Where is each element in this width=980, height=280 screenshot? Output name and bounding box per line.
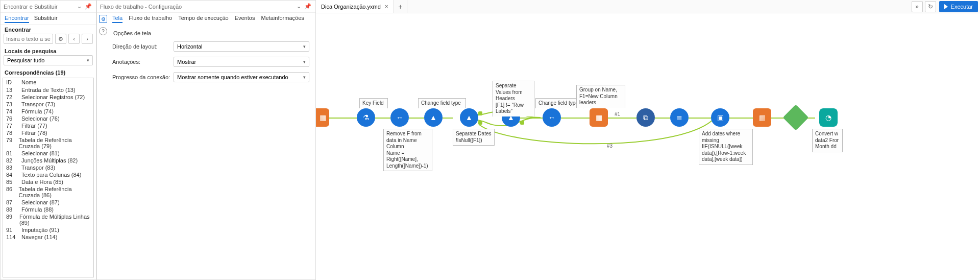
tab-find[interactable]: Encontrar	[5, 15, 29, 23]
tool-anchor[interactable]	[520, 121, 524, 125]
tool-select[interactable]: ▲	[424, 108, 443, 127]
connection	[520, 118, 543, 119]
tool-crosstab[interactable]: ▦	[753, 108, 771, 127]
search-locations-label: Locais de pesquisa	[1, 46, 96, 55]
pin-icon[interactable]: 📌	[84, 2, 93, 11]
connection	[689, 118, 711, 119]
annotations-dropdown[interactable]: Mostrar▾	[174, 57, 309, 67]
find-label: Encontrar	[1, 25, 96, 34]
document-tab[interactable]: Dica Organização.yxmd ×	[316, 0, 394, 13]
tool-select[interactable]: ↔	[543, 108, 561, 127]
search-locations-value: Pesquisar tudo	[7, 57, 44, 63]
chevron-down-icon: ▾	[303, 59, 306, 64]
match-row[interactable]: 82Junções Múltiplas (82)	[3, 157, 93, 164]
tool-datetime[interactable]: ◔	[819, 108, 838, 127]
chevron-down-icon[interactable]: ⌄	[75, 2, 84, 11]
tab-fluxo[interactable]: Fluxo de trabalho	[129, 15, 172, 23]
matches-header: ID Nome	[3, 78, 93, 86]
connection-label: #3	[607, 143, 612, 149]
annotation[interactable]: Add dates where missing IIF(ISNULL([week…	[699, 129, 753, 165]
match-row[interactable]: 81Selecionar (81)	[3, 150, 93, 157]
tool-select[interactable]	[783, 105, 809, 131]
annotation[interactable]: Convert w data2 Fror Month dd	[812, 129, 843, 152]
matches-label: Correspondências (19)	[1, 67, 96, 77]
pin-icon[interactable]: 📌	[303, 2, 312, 11]
col-name: Nome	[21, 79, 36, 85]
connection	[655, 118, 670, 119]
tool-formula[interactable]: ⚗	[357, 108, 375, 127]
tool-crosstab[interactable]: ▦	[590, 108, 608, 127]
screen-options-label: Opções de tela	[113, 30, 309, 36]
connection-label: #1	[615, 111, 620, 117]
workflow-canvas[interactable]: #1 #2 #3 ▦ ⚗ ↔ ▲ ▲ ▲ ↔ ▦ ⧉ ≣ ▣ ▦ ◔ Key F…	[316, 13, 980, 280]
col-id: ID	[6, 79, 21, 85]
matches-list[interactable]: ID Nome 13Entrada de Texto (13)72Selecio…	[3, 78, 94, 277]
tab-meta[interactable]: Metainformações	[261, 15, 304, 23]
match-row[interactable]: 85Data e Hora (85)	[3, 178, 93, 185]
play-icon	[944, 4, 948, 9]
next-match-button[interactable]: ›	[82, 34, 93, 44]
annotation[interactable]: Group on Name, F1=New Column leaders	[576, 85, 625, 108]
match-row[interactable]: 13Entrada de Texto (13)	[3, 86, 93, 94]
find-panel-header: Encontrar e Substituir ⌄ 📌	[1, 1, 96, 13]
document-tab-label: Dica Organização.yxmd	[321, 4, 381, 10]
connection	[326, 118, 357, 119]
workflow-config-panel: Fluxo de trabalho - Configuração ⌄ 📌 ⚙ ?…	[96, 0, 316, 280]
match-row[interactable]: 114Navegar (114)	[3, 234, 93, 241]
tab-tempo[interactable]: Tempo de execução	[178, 15, 228, 23]
tab-replace[interactable]: Substituir	[34, 15, 58, 23]
tool-input[interactable]: ▦	[316, 108, 329, 127]
match-row[interactable]: 84Texto para Colunas (84)	[3, 171, 93, 178]
annotation[interactable]: Separate Values from Headers [F1] != "Ro…	[493, 81, 534, 116]
match-row[interactable]: 79Tabela de Referência Cruzada (79)	[3, 136, 93, 150]
gear-icon[interactable]: ⚙	[99, 15, 107, 23]
annotation[interactable]: Remove F from data in Name Column Name =…	[383, 129, 432, 171]
tab-tela[interactable]: Tela	[112, 15, 122, 23]
match-row[interactable]: 86Tabela de Referência Cruzada (86)	[3, 185, 93, 199]
search-locations-dropdown[interactable]: Pesquisar tudo ▾	[4, 55, 93, 65]
match-row[interactable]: 83Transpor (83)	[3, 164, 93, 171]
connection	[729, 118, 753, 119]
config-panel-title: Fluxo de trabalho - Configuração	[100, 4, 182, 10]
match-row[interactable]: 78Filtrar (78)	[3, 129, 93, 136]
tool-formula[interactable]: ▣	[711, 108, 729, 127]
tool-filter[interactable]: ▲	[460, 108, 478, 127]
match-row[interactable]: 87Selecionar (87)	[3, 199, 93, 206]
tool-anchor[interactable]	[478, 121, 482, 125]
tool-multifield[interactable]: ≣	[670, 108, 689, 127]
document-tabs: Dica Organização.yxmd × + » ↻ Executar	[316, 0, 980, 13]
find-replace-tabs: Encontrar Substituir	[1, 13, 96, 25]
match-row[interactable]: 72Selecionar Registros (72)	[3, 94, 93, 101]
tab-eventos[interactable]: Eventos	[235, 15, 255, 23]
annotation[interactable]: Change field type	[418, 98, 466, 108]
find-panel-title: Encontrar e Substituir	[4, 4, 58, 10]
connection	[561, 118, 590, 119]
match-row[interactable]: 88Fórmula (88)	[3, 206, 93, 213]
match-row[interactable]: 91Imputação (91)	[3, 226, 93, 234]
tool-anchor[interactable]	[478, 111, 482, 115]
layout-direction-dropdown[interactable]: Horizontal▾	[174, 41, 309, 52]
annotation[interactable]: Separate Dates !IsNull([F1])	[453, 129, 495, 146]
chevron-down-icon[interactable]: ⌄	[294, 2, 303, 11]
help-icon[interactable]: ?	[99, 27, 107, 35]
match-row[interactable]: 73Transpor (73)	[3, 101, 93, 108]
match-row[interactable]: 76Selecionar (76)	[3, 115, 93, 122]
close-icon[interactable]: ×	[385, 3, 388, 10]
more-icon[interactable]: »	[912, 1, 923, 12]
add-tab-button[interactable]: +	[394, 0, 407, 13]
connection-progress-dropdown[interactable]: Mostrar somente quando estiver executand…	[174, 72, 309, 82]
connection	[443, 118, 453, 119]
find-input[interactable]	[4, 34, 53, 44]
history-icon[interactable]: ↻	[925, 1, 936, 12]
connection	[409, 118, 424, 119]
match-row[interactable]: 74Fórmula (74)	[3, 108, 93, 115]
run-button[interactable]: Executar	[939, 1, 978, 12]
config-tabs: Tela Fluxo de trabalho Tempo de execução…	[109, 13, 315, 24]
prev-match-button[interactable]: ‹	[68, 34, 80, 44]
tool-select[interactable]: ↔	[390, 108, 409, 127]
gear-icon[interactable]: ⚙	[55, 34, 66, 44]
tool-join-multiple[interactable]: ⧉	[636, 108, 655, 127]
annotation[interactable]: Key Field	[359, 98, 388, 108]
match-row[interactable]: 89Fórmula de Múltiplas Linhas (89)	[3, 213, 93, 226]
match-row[interactable]: 77Filtrar (77)	[3, 122, 93, 129]
